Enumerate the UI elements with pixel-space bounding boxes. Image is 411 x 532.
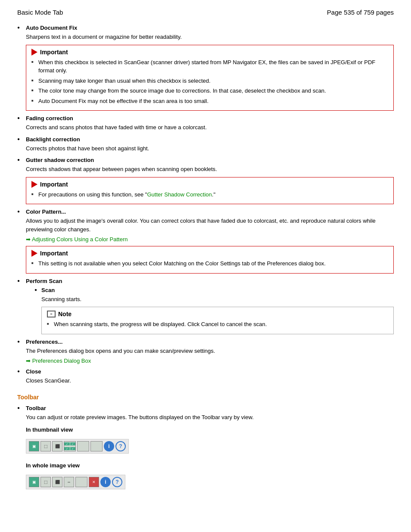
close-desc: Closes ScanGear. — [26, 376, 394, 385]
gutter-important-list: For precautions on using this function, … — [31, 190, 388, 199]
fading-correction-title: Fading correction — [26, 115, 394, 121]
tb-whole-btn-4[interactable]: ↔ — [64, 477, 74, 487]
tb-help-btn[interactable]: ? — [115, 441, 126, 451]
list-item-backlight-correction: Backlight correction Corrects photos tha… — [17, 136, 394, 153]
gutter-shadow-desc: Corrects shadows that appear between pag… — [26, 165, 394, 174]
important-item-2: Scanning may take longer than usual when… — [31, 77, 388, 85]
page-number: Page 535 of 759 pages — [327, 9, 394, 16]
color-pattern-link[interactable]: Adjusting Colors Using a Color Pattern — [26, 236, 128, 243]
tb-btn-2[interactable]: ⬚ — [40, 441, 51, 451]
close-title: Close — [26, 368, 394, 375]
scan-title: Scan — [41, 287, 394, 293]
tb-cancel-btn[interactable]: ✕ — [89, 477, 99, 487]
list-item-color-pattern: Color Pattern... Allows you to adjust th… — [17, 208, 394, 274]
color-pattern-important-list: This setting is not available when you s… — [31, 259, 388, 268]
tb-whole-btn-2[interactable]: ⬚ — [40, 477, 51, 487]
backlight-correction-desc: Corrects photos that have been shot agai… — [26, 144, 394, 153]
tb-btn-check-all[interactable]: ✓ ✓ ✓ ✓ — [64, 441, 76, 451]
gutter-shadow-title: Gutter shadow correction — [26, 157, 394, 163]
important-item-4: Auto Document Fix may not be effective i… — [31, 97, 388, 106]
main-content-list: Auto Document Fix Sharpens text in a doc… — [17, 25, 394, 385]
tb-whole-btn-3[interactable]: ⬛ — [52, 477, 62, 487]
scan-desc: Scanning starts. — [41, 295, 394, 304]
backlight-correction-title: Backlight correction — [26, 136, 394, 143]
color-pattern-important-header: Important — [31, 250, 388, 257]
thumbnail-toolbar: ▣ ⬚ ⬛ ✓ ✓ ✓ ✓ i ? — [26, 439, 129, 454]
note-list: When scanning starts, the progress will … — [47, 320, 388, 329]
perform-scan-title: Perform Scan — [26, 278, 394, 284]
auto-document-fix-title: Auto Document Fix — [26, 25, 394, 31]
preferences-desc: The Preferences dialog box opens and you… — [26, 347, 394, 355]
thumbnail-view-label: In thumbnail view — [26, 426, 394, 433]
important-label-2: Important — [40, 181, 68, 188]
gutter-item-prefix: For precautions on using this function, … — [38, 191, 147, 198]
tb-btn-grid[interactable] — [77, 441, 89, 451]
fading-correction-desc: Corrects and scans photos that have fade… — [26, 123, 394, 132]
auto-document-fix-desc: Sharpens text in a document or magazine … — [26, 33, 394, 41]
important-list: When this checkbox is selected in ScanGe… — [31, 58, 388, 106]
preferences-title: Preferences... — [26, 339, 394, 345]
auto-document-fix-important-box: Important When this checkbox is selected… — [26, 45, 394, 111]
perform-scan-sub-list: Scan Scanning starts. ≡ Note When scanni… — [26, 287, 394, 334]
color-pattern-important-item: This setting is not available when you s… — [31, 259, 388, 268]
important-triangle-icon-3 — [31, 250, 37, 257]
note-item: When scanning starts, the progress will … — [47, 320, 388, 329]
gutter-shadow-important-box: Important For precautions on using this … — [26, 177, 394, 205]
toolbar-section-heading: Toolbar — [17, 394, 394, 401]
toolbar-item-title: Toolbar — [26, 405, 394, 411]
tb-whole-grid-btn[interactable] — [75, 477, 87, 487]
important-label-3: Important — [40, 250, 68, 257]
tb-whole-info-btn[interactable]: i — [100, 477, 111, 487]
whole-image-view-label: In whole image view — [26, 462, 394, 469]
color-pattern-desc: Allows you to adjust the image's overall… — [26, 217, 394, 233]
list-item-toolbar: Toolbar You can adjust or rotate preview… — [17, 405, 394, 493]
note-label: Note — [58, 311, 72, 317]
scan-note-box: ≡ Note When scanning starts, the progres… — [41, 307, 394, 334]
tb-btn-3[interactable]: ⬛ — [52, 441, 62, 451]
list-item-preferences: Preferences... The Preferences dialog bo… — [17, 339, 394, 364]
important-item-1: When this checkbox is selected in ScanGe… — [31, 58, 388, 75]
important-item-3: The color tone may change from the sourc… — [31, 87, 388, 95]
list-item-auto-document-fix: Auto Document Fix Sharpens text in a doc… — [17, 25, 394, 111]
sub-list-item-scan: Scan Scanning starts. ≡ Note When scanni… — [34, 287, 394, 334]
toolbar-main-list: Toolbar You can adjust or rotate preview… — [17, 405, 394, 493]
gutter-important-header: Important — [31, 181, 388, 188]
tb-btn-blue-green[interactable] — [90, 441, 103, 451]
tb-scan-all-btn[interactable]: ▣ — [29, 441, 39, 451]
note-header: ≡ Note — [47, 311, 388, 317]
tb-whole-help-btn[interactable]: ? — [112, 477, 122, 487]
tb-info-btn[interactable]: i — [104, 441, 114, 451]
important-triangle-icon-2 — [31, 181, 37, 188]
gutter-important-item: For precautions on using this function, … — [31, 190, 388, 199]
color-pattern-title: Color Pattern... — [26, 208, 394, 215]
gutter-item-suffix: ." — [212, 191, 215, 198]
preferences-dialog-link[interactable]: Preferences Dialog Box — [26, 358, 91, 364]
list-item-fading-correction: Fading correction Corrects and scans pho… — [17, 115, 394, 132]
list-item-close: Close Closes ScanGear. — [17, 368, 394, 385]
tb-whole-scan-btn[interactable]: ▣ — [29, 477, 39, 487]
note-icon: ≡ — [47, 311, 56, 317]
important-label: Important — [40, 49, 68, 56]
whole-image-toolbar: ▣ ⬚ ⬛ ↔ ✕ i ? — [26, 475, 125, 489]
important-triangle-icon — [31, 49, 37, 56]
page-title: Basic Mode Tab — [17, 9, 63, 16]
gutter-shadow-correction-link[interactable]: Gutter Shadow Correction — [147, 191, 212, 198]
color-pattern-important-box: Important This setting is not available … — [26, 246, 394, 274]
list-item-perform-scan: Perform Scan Scan Scanning starts. ≡ Not… — [17, 278, 394, 334]
toolbar-item-desc: You can adjust or rotate preview images.… — [26, 413, 394, 422]
list-item-gutter-shadow: Gutter shadow correction Corrects shadow… — [17, 157, 394, 204]
important-header: Important — [31, 49, 388, 56]
